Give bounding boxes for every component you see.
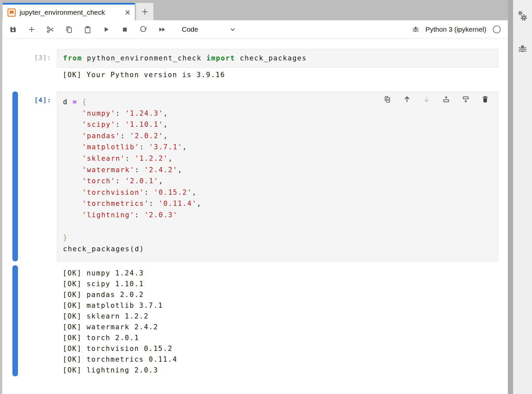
cell-type-label: Code bbox=[182, 25, 198, 33]
cell4-cell[interactable]: d = { 'numpy': '1.24.3', 'scipy': '1.10.… bbox=[57, 91, 498, 261]
cut-icon[interactable] bbox=[46, 25, 55, 34]
insert-cell-above-icon[interactable] bbox=[442, 95, 450, 104]
cell3-output: [OK] Your Python version is 3.9.16 bbox=[63, 70, 225, 79]
cell3-code-editor[interactable]: from python_environment_check import che… bbox=[57, 49, 498, 68]
tab-title: jupyter_environment_check bbox=[20, 8, 123, 16]
add-cell-button[interactable] bbox=[27, 25, 36, 34]
cell4-code-editor[interactable]: d = { 'numpy': '1.24.3', 'scipy': '1.10.… bbox=[63, 96, 498, 254]
property-inspector-gears-icon[interactable] bbox=[516, 10, 529, 24]
cell3-input-prompt: [3]: bbox=[2, 54, 51, 61]
chevron-down-icon bbox=[229, 25, 237, 33]
notebook-icon bbox=[7, 8, 16, 17]
debugger-bug-icon-sidebar[interactable] bbox=[517, 43, 528, 55]
delete-cell-icon[interactable] bbox=[481, 95, 490, 104]
stop-button[interactable] bbox=[120, 25, 129, 34]
cell-toolbar bbox=[383, 95, 490, 104]
kernel-group: Python 3 (ipykernel) bbox=[411, 25, 501, 34]
kernel-name[interactable]: Python 3 (ipykernel) bbox=[425, 25, 486, 33]
cell4-output: [OK] numpy 1.24.3[OK] scipy 1.10.1[OK] p… bbox=[63, 268, 177, 376]
debugger-bug-icon[interactable] bbox=[411, 25, 420, 34]
jupyterlab-app: jupyter_environment_check bbox=[0, 0, 532, 394]
copy-icon[interactable] bbox=[64, 25, 73, 34]
kernel-status-icon[interactable] bbox=[492, 25, 501, 34]
cell4-input-prompt: [4]: bbox=[2, 96, 51, 104]
move-cell-up-icon[interactable] bbox=[403, 95, 411, 104]
main-area: jupyter_environment_check bbox=[2, 0, 508, 394]
tab-close-icon[interactable] bbox=[124, 8, 132, 16]
duplicate-cell-icon[interactable] bbox=[383, 95, 392, 104]
notebook-tab[interactable]: jupyter_environment_check bbox=[3, 3, 135, 20]
new-tab-button[interactable] bbox=[136, 3, 153, 20]
panel-divider[interactable] bbox=[508, 0, 513, 394]
cell4-output-collapser[interactable] bbox=[12, 265, 18, 376]
notebook-toolbar: Code Python 3 (ipykernel) bbox=[2, 20, 508, 39]
cell4-input-collapser[interactable] bbox=[12, 91, 18, 261]
paste-icon[interactable] bbox=[83, 25, 92, 34]
cell-type-dropdown[interactable]: Code bbox=[182, 25, 237, 33]
move-cell-down-icon[interactable] bbox=[422, 95, 431, 104]
notebook-panel: [3]: from python_environment_check impor… bbox=[2, 39, 508, 394]
left-panel-edge bbox=[0, 0, 2, 394]
save-button[interactable] bbox=[8, 25, 18, 34]
run-all-icon[interactable] bbox=[157, 25, 166, 34]
insert-cell-below-icon[interactable] bbox=[462, 95, 470, 104]
tab-bar: jupyter_environment_check bbox=[2, 0, 508, 20]
restart-kernel-button[interactable] bbox=[139, 25, 148, 34]
run-button[interactable] bbox=[102, 25, 111, 34]
right-sidebar bbox=[513, 0, 532, 394]
